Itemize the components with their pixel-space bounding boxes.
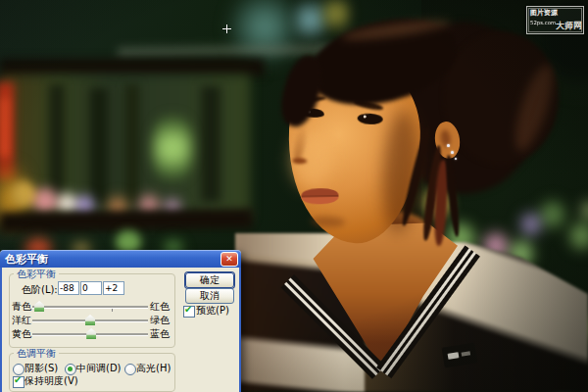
level-input-cyan-red[interactable] — [58, 281, 79, 295]
watermark: 图片资源 52ps.com 大师网 — [526, 6, 584, 34]
dialog-body: 色彩平衡 色阶(L): 青色 红色 洋红 绿色 黄色 蓝色 — [0, 268, 241, 392]
earring — [447, 144, 450, 147]
yellow-blue-slider-thumb[interactable] — [86, 328, 96, 339]
cyan-red-slider-track[interactable] — [32, 306, 148, 308]
slider-right-label: 蓝色 — [150, 327, 170, 340]
color-balance-group: 色彩平衡 色阶(L): 青色 红色 洋红 绿色 黄色 蓝色 — [9, 273, 175, 348]
bokeh-light — [152, 108, 193, 188]
crosshair-cursor — [222, 24, 231, 33]
cancel-button[interactable]: 取消 — [185, 288, 234, 304]
magenta-green-slider-thumb[interactable] — [85, 315, 95, 325]
bottle-silhouette — [90, 88, 108, 204]
watermark-badge: 大师网 — [556, 20, 582, 32]
watermark-text: 图片资源 — [530, 9, 558, 17]
screenshot-root: { "window": { "title": "色彩平衡" }, "color_… — [0, 0, 588, 392]
group-legend: 色彩平衡 — [14, 269, 59, 279]
radio-shadows-label: 阴影(S) — [24, 363, 58, 374]
color-levels-label: 色阶(L): — [22, 283, 58, 297]
check-icon: ✔ — [184, 304, 192, 316]
slider-left-label: 洋红 — [12, 314, 31, 326]
cyan-red-slider-row: 青色 红色 — [10, 300, 174, 313]
bottle-silhouette — [49, 84, 65, 202]
eye — [357, 113, 383, 124]
radio-dot — [68, 367, 73, 371]
level-input-yellow-blue[interactable] — [103, 281, 124, 295]
ear-shadow — [440, 129, 452, 148]
dialog-title: 色彩平衡 — [5, 252, 48, 267]
yellow-blue-slider-row: 黄色 蓝色 — [10, 327, 174, 340]
earring — [455, 158, 457, 160]
preview-label: 预览(P) — [196, 305, 229, 317]
preserve-luminosity-label: 保持明度(V) — [24, 375, 78, 387]
cyan-red-slider-thumb[interactable] — [34, 301, 44, 312]
bokeh-lights-row — [12, 181, 35, 207]
slider-center-tick — [112, 309, 113, 312]
slider-right-label: 绿色 — [150, 314, 170, 326]
bottle-silhouette — [201, 86, 220, 202]
slider-left-label: 黄色 — [12, 327, 31, 340]
bottle-silhouette — [125, 84, 139, 204]
logo-flag-icon — [448, 352, 460, 360]
check-icon: ✔ — [14, 374, 22, 386]
ok-button[interactable]: 确定 — [185, 272, 234, 288]
close-icon[interactable]: ✕ — [220, 252, 238, 267]
red-light-strip — [0, 98, 9, 157]
lips — [301, 188, 338, 205]
watermark-text: 52ps.com — [530, 20, 556, 25]
group-legend: 色调平衡 — [14, 348, 59, 359]
radio-highlights-label: 高光(H) — [136, 363, 171, 374]
preserve-luminosity-checkbox[interactable]: ✔ — [13, 376, 24, 388]
tone-balance-group: 色调平衡 阴影(S) 中间调(D) 高光(H) ✔ 保持明度(V) — [9, 353, 175, 392]
color-balance-dialog: 色彩平衡 ✕ 色彩平衡 色阶(L): 青色 红色 洋红 绿色 黄色 — [0, 250, 241, 392]
slider-right-label: 红色 — [150, 300, 170, 313]
slider-left-label: 青色 — [12, 300, 31, 313]
earring — [451, 151, 454, 154]
radio-midtones[interactable] — [65, 364, 76, 375]
dialog-titlebar[interactable]: 色彩平衡 ✕ — [0, 250, 241, 268]
preview-checkbox[interactable]: ✔ — [183, 306, 195, 318]
magenta-green-slider-row: 洋红 绿色 — [10, 314, 174, 326]
radio-midtones-label: 中间调(D) — [76, 363, 122, 374]
level-input-magenta-green[interactable] — [80, 281, 102, 295]
radio-highlights[interactable] — [124, 364, 136, 375]
